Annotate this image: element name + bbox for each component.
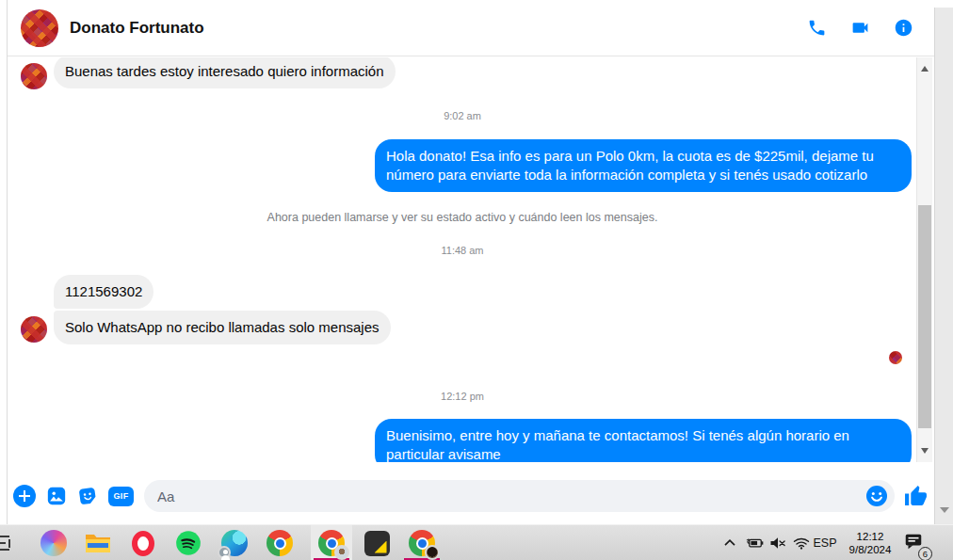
scroll-up-icon[interactable]	[921, 66, 929, 72]
scroll-down-icon[interactable]	[921, 448, 929, 454]
tray-date: 9/8/2024	[849, 543, 892, 556]
black-yellow-note-icon	[364, 531, 390, 556]
outgoing-message: Buenisimo, entre hoy y mañana te contact…	[375, 419, 912, 462]
page-scroll-down-icon[interactable]	[940, 507, 949, 513]
cutoff-taskbar-icon[interactable]	[0, 535, 13, 552]
spotify-icon	[175, 530, 202, 556]
chrome-icon	[267, 530, 293, 556]
outgoing-message: Hola donato! Esa info es para un Polo 0k…	[375, 139, 912, 192]
gif-icon[interactable]: GIF	[108, 487, 134, 506]
tray-show-hidden-icons[interactable]	[718, 525, 742, 560]
tray-battery[interactable]	[742, 525, 768, 560]
contact-name[interactable]: Donato Fortunato	[70, 19, 204, 38]
message-input[interactable]	[144, 488, 865, 504]
volume-muted-icon	[768, 534, 787, 552]
system-message: Ahora pueden llamarse y ver su estado ac…	[8, 211, 917, 224]
notification-count-badge: 6	[918, 547, 932, 560]
taskbar-copilot[interactable]	[33, 525, 74, 560]
page-scrollbar[interactable]	[934, 8, 953, 524]
timestamp: 9:02 am	[8, 110, 917, 121]
tray-language[interactable]: ESP	[808, 525, 842, 560]
chat-scrollbar[interactable]	[916, 57, 932, 462]
chrome-icon	[318, 530, 345, 556]
contact-avatar[interactable]	[21, 9, 58, 47]
emoji-icon[interactable]	[865, 485, 888, 507]
profile-badge-icon	[334, 545, 349, 560]
read-receipt-avatar	[889, 351, 902, 364]
message-input-pill[interactable]	[144, 480, 895, 512]
profile-badge-icon	[425, 545, 440, 560]
edge-icon	[221, 530, 248, 556]
profile-badge-icon	[218, 546, 231, 559]
taskbar-chrome[interactable]	[259, 525, 300, 560]
phone-call-icon[interactable]	[807, 18, 827, 38]
video-call-icon[interactable]	[850, 18, 870, 38]
copilot-icon	[40, 530, 67, 556]
tray-clock[interactable]: 12:12 9/8/2024	[842, 525, 898, 560]
chevron-up-icon	[720, 534, 739, 552]
taskbar-edge[interactable]	[214, 525, 255, 560]
chat-header: Donato Fortunato	[8, 0, 934, 56]
info-icon[interactable]	[894, 18, 913, 38]
windows-taskbar: ESP 12:12 9/8/2024 6	[0, 524, 953, 560]
chrome-icon	[409, 530, 435, 556]
sender-avatar	[21, 316, 47, 343]
taskbar-notes-app[interactable]	[356, 525, 397, 560]
timestamp: 11:48 am	[8, 245, 917, 256]
taskbar-chrome-profile-2[interactable]	[401, 525, 443, 560]
messenger-window: Donato Fortunato Buenas tardes estoy int…	[8, 0, 934, 524]
thumbs-up-icon[interactable]	[904, 485, 928, 508]
taskbar-spotify[interactable]	[168, 525, 209, 560]
plus-icon[interactable]	[13, 485, 36, 507]
message-composer: GIF	[8, 474, 934, 518]
file-explorer-icon	[85, 532, 111, 554]
tray-volume[interactable]	[766, 525, 790, 560]
timestamp: 12:12 pm	[8, 391, 917, 402]
photo-icon[interactable]	[46, 486, 67, 506]
tray-notifications[interactable]: 6	[895, 525, 932, 560]
taskbar-chrome-profile-1[interactable]	[311, 525, 352, 560]
sticker-icon[interactable]	[77, 486, 98, 506]
sender-avatar	[21, 63, 47, 89]
opera-icon	[132, 531, 154, 556]
taskbar-file-explorer[interactable]	[77, 525, 119, 560]
scrollbar-thumb[interactable]	[918, 205, 931, 428]
incoming-message: 1121569302	[54, 275, 153, 309]
window-left-edge	[0, 0, 8, 524]
battery-charging-icon	[746, 534, 765, 552]
message-list: Buenas tardes estoy interesado quiero in…	[8, 57, 917, 462]
incoming-message: Buenas tardes estoy interesado quiero in…	[54, 57, 396, 88]
tray-time: 12:12	[857, 530, 884, 543]
incoming-message: Solo WhatsApp no recibo llamadas solo me…	[54, 311, 391, 344]
taskbar-opera[interactable]	[122, 525, 164, 560]
